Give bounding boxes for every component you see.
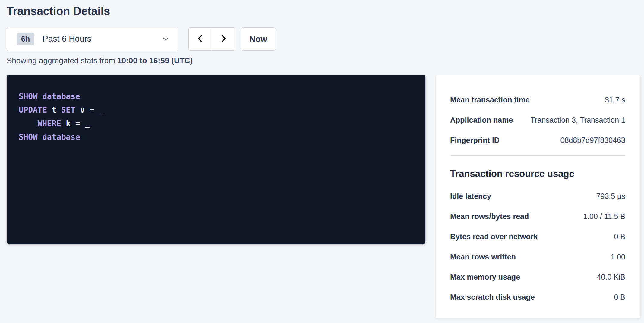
aggregation-range-value: 10:00 to 16:59 (UTC)	[117, 56, 193, 65]
resource-label: Bytes read over network	[450, 232, 544, 241]
resource-value: 793.5 µs	[596, 191, 625, 201]
summary-value: 08d8b7d97f830463	[560, 135, 625, 145]
sql-placeholder: = _	[90, 105, 104, 114]
transaction-summary-card: Mean transaction time 31.7 s Application…	[435, 75, 641, 319]
resource-label: Idle latency	[450, 191, 497, 201]
now-button[interactable]: Now	[241, 27, 276, 51]
page-title: Transaction Details	[7, 5, 644, 18]
sql-keyword: UPDATE	[19, 105, 52, 114]
sql-keyword: database	[42, 133, 80, 142]
summary-label: Fingerprint ID	[450, 135, 506, 145]
resource-row-max-memory-usage: Max memory usage 40.0 KiB	[450, 272, 625, 282]
prev-range-button[interactable]	[188, 27, 212, 51]
resource-value: 0 B	[614, 232, 625, 241]
transaction-details-page: Transaction Details 6h Past 6 Hours Now …	[0, 0, 644, 323]
resource-label: Mean rows/bytes read	[450, 212, 535, 221]
sql-line: WHERE k = _	[19, 117, 413, 130]
summary-value: Transaction 3, Transaction 1	[530, 115, 625, 125]
resource-row-mean-rows-bytes-read: Mean rows/bytes read 1.00 / 11.5 B	[450, 212, 625, 221]
main-content: SHOW database UPDATE t SET v = _ WHERE k…	[7, 75, 644, 319]
sql-statements-box: SHOW database UPDATE t SET v = _ WHERE k…	[7, 75, 425, 244]
sql-line: SHOW database	[19, 90, 413, 103]
card-divider	[450, 155, 625, 156]
sql-line: UPDATE t SET v = _	[19, 103, 413, 117]
aggregation-range-text: Showing aggregated stats from 10:00 to 1…	[7, 56, 644, 65]
time-range-badge: 6h	[17, 33, 34, 45]
sql-keyword: WHERE	[38, 119, 66, 128]
sql-keyword: SHOW	[19, 92, 42, 101]
sql-keyword: SHOW	[19, 133, 42, 142]
resource-row-max-scratch-disk-usage: Max scratch disk usage 0 B	[450, 292, 625, 302]
summary-row-mean-transaction-time: Mean transaction time 31.7 s	[450, 95, 625, 105]
time-range-select[interactable]: 6h Past 6 Hours	[7, 27, 178, 51]
sql-keyword: database	[42, 92, 80, 101]
next-range-button[interactable]	[212, 27, 235, 51]
sql-identifier: v	[80, 105, 90, 114]
time-range-stepper	[188, 27, 235, 51]
resource-row-idle-latency: Idle latency 793.5 µs	[450, 191, 625, 201]
summary-row-application-name: Application name Transaction 3, Transact…	[450, 115, 625, 125]
sql-indent	[19, 119, 38, 128]
resource-label: Mean rows written	[450, 252, 522, 262]
resource-row-bytes-read-over-network: Bytes read over network 0 B	[450, 232, 625, 241]
resource-value: 1.00	[611, 252, 625, 262]
resource-usage-heading: Transaction resource usage	[450, 168, 625, 179]
time-toolbar: 6h Past 6 Hours Now	[7, 27, 644, 51]
sql-keyword: SET	[61, 105, 80, 114]
resource-label: Max memory usage	[450, 272, 526, 282]
resource-label: Max scratch disk usage	[450, 292, 541, 302]
sql-identifier: t	[52, 105, 61, 114]
resource-row-mean-rows-written: Mean rows written 1.00	[450, 252, 625, 262]
sql-line: SHOW database	[19, 130, 413, 144]
summary-value: 31.7 s	[605, 95, 625, 105]
summary-label: Mean transaction time	[450, 95, 536, 105]
chevron-right-icon	[219, 34, 228, 44]
resource-value: 1.00 / 11.5 B	[583, 212, 625, 221]
aggregation-range-prefix: Showing aggregated stats from	[7, 56, 117, 65]
time-range-label: Past 6 Hours	[43, 34, 162, 44]
chevron-down-icon	[162, 35, 170, 44]
summary-label: Application name	[450, 115, 519, 125]
resource-value: 40.0 KiB	[597, 272, 625, 282]
chevron-left-icon	[195, 34, 205, 44]
resource-value: 0 B	[614, 292, 625, 302]
sql-placeholder: k = _	[66, 119, 90, 128]
summary-row-fingerprint-id: Fingerprint ID 08d8b7d97f830463	[450, 135, 625, 145]
